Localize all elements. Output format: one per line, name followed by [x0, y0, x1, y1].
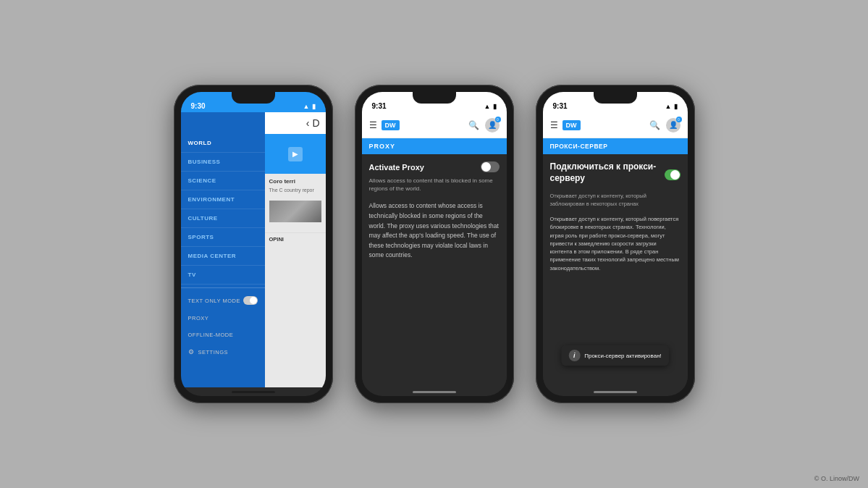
preview-hero: ▶	[265, 134, 326, 174]
phone-3-screen: 9:31 ▲ ▮ ☰ DW 🔍 👤 0	[543, 92, 688, 396]
home-indicator-3	[543, 387, 688, 396]
copyright: © O. Linow/DW	[814, 475, 859, 482]
avatar-badge-2: 0	[495, 117, 501, 122]
proxy-toggle-2[interactable]	[481, 161, 500, 172]
settings-label: SETTINGS	[198, 349, 229, 356]
proxy-bar-label-2: PROXY	[369, 143, 396, 150]
sidebar-item-offline-mode[interactable]: OFFLINE-MODE	[181, 327, 265, 343]
search-icon-3[interactable]: 🔍	[649, 120, 660, 130]
proxy-toggle-label-2: Activate Proxy	[369, 163, 424, 172]
header-left-2: ☰ DW	[369, 120, 400, 130]
nav-item-culture[interactable]: CULTURE	[181, 209, 265, 228]
avatar-3[interactable]: 👤 0	[666, 118, 681, 132]
notch-2	[413, 92, 456, 104]
preview-header: ‹ D	[265, 112, 326, 134]
news-title: Coro terri	[269, 178, 321, 185]
battery-icon-2: ▮	[493, 103, 497, 110]
wifi-icon-1: ▲	[303, 103, 310, 110]
phone-1-wrapper: 9:30 ▲ ▮ WORLD BUSINESS SCIENCE ENVIRONM…	[174, 85, 333, 403]
proxy-description-3: Открывает доступ к контенту, который пов…	[550, 215, 681, 272]
proxy-header-bar-3: ПРОКСИ-СЕРВЕР	[543, 138, 688, 154]
avatar-badge-3: 0	[676, 117, 682, 122]
proxy-description-2: Allows access to content whose access is…	[369, 201, 500, 261]
wifi-icon-2: ▲	[484, 103, 491, 110]
play-button[interactable]: ▶	[288, 147, 303, 161]
nav-item-world[interactable]: WORLD	[181, 134, 265, 153]
home-bar-2	[413, 391, 456, 393]
time-3: 9:31	[553, 102, 568, 110]
app-header-3: ☰ DW 🔍 👤 0	[543, 112, 688, 138]
header-right-2: 🔍 👤 0	[468, 118, 500, 132]
dw-logo-3: DW	[562, 120, 581, 130]
proxy-toggle-3[interactable]	[665, 169, 680, 180]
phone-1: 9:30 ▲ ▮ WORLD BUSINESS SCIENCE ENVIRONM…	[174, 85, 333, 403]
nav-item-sports[interactable]: SPORTS	[181, 228, 265, 247]
news-image	[269, 201, 321, 222]
battery-icon-3: ▮	[674, 103, 678, 110]
app-header-2: ☰ DW 🔍 👤 0	[362, 112, 507, 138]
phone-1-content: WORLD BUSINESS SCIENCE ENVIRONMENT CULTU…	[181, 112, 326, 387]
notch-3	[594, 92, 637, 104]
search-icon-2[interactable]: 🔍	[468, 120, 479, 130]
proxy-header-bar-2: PROXY	[362, 138, 507, 154]
notch-1	[232, 92, 275, 104]
hamburger-menu-3[interactable]: ☰	[550, 120, 558, 130]
nav-item-environment[interactable]: ENVIRONMENT	[181, 190, 265, 209]
sidebar-item-proxy[interactable]: PROXY	[181, 310, 265, 327]
proxy-title-3: Подключиться к прокси-серверу	[550, 161, 665, 184]
back-button[interactable]: ‹ D	[306, 117, 320, 129]
toast-info-icon: i	[568, 350, 580, 361]
status-icons-1: ▲ ▮	[303, 103, 316, 110]
phone-2-screen: 9:31 ▲ ▮ ☰ DW 🔍 👤 0	[362, 92, 507, 396]
status-icons-3: ▲ ▮	[665, 103, 678, 110]
home-indicator-1	[181, 387, 326, 396]
header-right-3: 🔍 👤 0	[649, 118, 681, 132]
time-1: 9:30	[191, 102, 206, 110]
toast-text: Прокси-сервер активирован!	[584, 353, 662, 359]
phone-2: 9:31 ▲ ▮ ☰ DW 🔍 👤 0	[355, 85, 514, 403]
text-only-mode-label: TEXT ONLY MODE	[188, 298, 240, 304]
phone-1-screen: 9:30 ▲ ▮ WORLD BUSINESS SCIENCE ENVIRONM…	[181, 92, 326, 396]
header-left-3: ☰ DW	[550, 120, 581, 130]
phone-3-wrapper: 9:31 ▲ ▮ ☰ DW 🔍 👤 0	[536, 85, 695, 403]
nav-item-business[interactable]: BUSINESS	[181, 153, 265, 172]
dw-logo-2: DW	[382, 120, 400, 130]
gear-icon: ⚙	[188, 348, 195, 356]
home-bar-3	[594, 391, 637, 393]
status-icons-2: ▲ ▮	[484, 103, 497, 110]
proxy-content-3: Подключиться к прокси-серверу Открывает …	[543, 154, 688, 387]
phone-2-wrapper: 9:31 ▲ ▮ ☰ DW 🔍 👤 0	[355, 85, 514, 403]
time-2: 9:31	[372, 102, 387, 110]
hamburger-menu-2[interactable]: ☰	[369, 120, 377, 130]
home-bar-1	[232, 391, 275, 393]
nav-item-media-center[interactable]: MEDIA CENTER	[181, 247, 265, 266]
nav-item-science[interactable]: SCIENCE	[181, 172, 265, 190]
nav-item-tv[interactable]: TV	[181, 266, 265, 285]
main-content-preview: ‹ D ▶ Coro terri The C country repor OPI…	[265, 112, 326, 387]
offline-mode-label: OFFLINE-MODE	[188, 332, 234, 338]
phone-3: 9:31 ▲ ▮ ☰ DW 🔍 👤 0	[536, 85, 695, 403]
avatar-2[interactable]: 👤 0	[485, 118, 500, 132]
proxy-subtitle-3: Открывает доступ к контенту, который заб…	[550, 193, 681, 208]
preview-news: Coro terri The C country repor	[265, 174, 326, 198]
sidebar: WORLD BUSINESS SCIENCE ENVIRONMENT CULTU…	[181, 112, 265, 387]
wifi-icon-3: ▲	[665, 103, 672, 110]
sidebar-header	[181, 112, 265, 134]
sidebar-item-settings[interactable]: ⚙ SETTINGS	[181, 343, 265, 361]
sidebar-item-text-only-mode[interactable]: TEXT ONLY MODE	[181, 291, 265, 310]
proxy-toggle-row-3: Подключиться к прокси-серверу	[550, 161, 681, 188]
proxy-label: PROXY	[188, 315, 209, 321]
proxy-content-2: Activate Proxy Allows access to content …	[362, 154, 507, 387]
proxy-bar-label-3: ПРОКСИ-СЕРВЕР	[550, 143, 608, 150]
home-indicator-2	[362, 387, 507, 396]
proxy-subtitle-2: Allows access to content that is blocked…	[369, 177, 500, 193]
news-body: The C country repor	[269, 187, 321, 193]
toast-notification: i Прокси-сервер активирован!	[561, 345, 669, 366]
preview-opinion: OPINI	[265, 232, 326, 245]
sidebar-divider	[181, 287, 265, 288]
text-only-mode-toggle[interactable]	[243, 296, 258, 305]
proxy-toggle-row-2: Activate Proxy	[369, 161, 500, 172]
battery-icon-1: ▮	[312, 103, 316, 110]
